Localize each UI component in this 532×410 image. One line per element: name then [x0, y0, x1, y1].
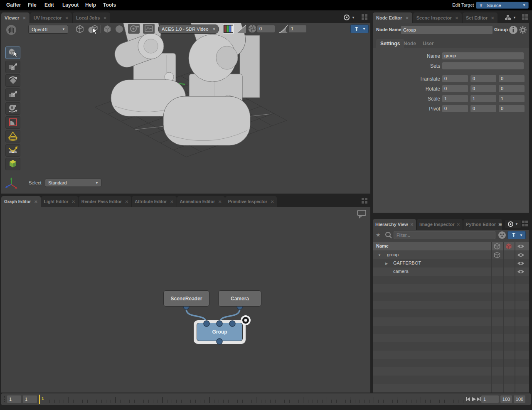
tool-crop-window[interactable]: [5, 116, 20, 129]
filter-input[interactable]: Filter...: [394, 231, 495, 239]
camera-button-icon[interactable]: [128, 24, 140, 34]
close-icon[interactable]: ✕: [405, 16, 409, 20]
translate-x-field[interactable]: 0: [442, 75, 468, 82]
solid-cube-icon[interactable]: [103, 25, 112, 34]
close-icon[interactable]: ✕: [65, 16, 69, 20]
eye-icon[interactable]: [517, 261, 525, 266]
tab-set-editor[interactable]: Set Editor✕: [463, 12, 498, 23]
renderer-dropdown[interactable]: OpenGL ▼: [28, 25, 68, 34]
shading-cube-icon[interactable]: [75, 25, 84, 34]
edit-target-dropdown[interactable]: Ŧ Source ▼: [476, 2, 529, 9]
menu-layout[interactable]: Layout: [62, 0, 79, 10]
menu-help[interactable]: Help: [85, 0, 96, 10]
hamburger-icon[interactable]: ≡: [499, 221, 502, 228]
tool-camera[interactable]: [5, 102, 20, 115]
select-mode-dropdown[interactable]: Standard ▼: [45, 179, 101, 187]
translate-y-field[interactable]: 0: [470, 75, 496, 82]
tab-python-editor[interactable]: Python Editor✕: [463, 219, 502, 230]
eye-icon[interactable]: [517, 269, 525, 274]
tool-translate[interactable]: [5, 61, 20, 73]
hierarchy-row-group[interactable]: ▼ group: [373, 251, 529, 259]
scale-x-field[interactable]: 1: [442, 95, 468, 102]
exclude-cube-icon[interactable]: [505, 243, 512, 250]
tab-image-inspector[interactable]: Image Inspector✕: [417, 219, 463, 230]
name-column-header[interactable]: Name: [376, 243, 389, 248]
rotate-z-field[interactable]: 0: [499, 85, 525, 92]
close-icon[interactable]: ✕: [455, 16, 458, 20]
expand-icon[interactable]: ▼: [378, 253, 381, 257]
menu-file[interactable]: File: [28, 0, 37, 10]
translate-z-field[interactable]: 0: [499, 75, 525, 82]
scale-z-field[interactable]: 1: [499, 95, 525, 102]
hierarchy-pin-dropdown[interactable]: Ŧ ▼: [507, 231, 526, 239]
scene-cube-icon[interactable]: [494, 243, 500, 250]
viewer-pin-dropdown[interactable]: Ŧ ▼: [350, 25, 369, 33]
layout-grid-icon[interactable]: [522, 14, 528, 20]
tab-viewer[interactable]: Viewer✕: [1, 12, 30, 23]
subtab-user[interactable]: User: [419, 39, 438, 48]
rotate-y-field[interactable]: 0: [470, 85, 496, 92]
channels-icon[interactable]: [223, 24, 234, 34]
timeline-field-1[interactable]: 1: [7, 395, 21, 403]
layout-grid-icon[interactable]: [522, 221, 528, 227]
range-end-field[interactable]: 100: [514, 395, 525, 403]
scale-y-field[interactable]: 1: [470, 95, 496, 102]
subtab-node[interactable]: Node: [399, 39, 420, 48]
tab-node-editor[interactable]: Node Editor✕: [373, 12, 412, 23]
info-icon[interactable]: [509, 25, 518, 34]
exposure-field[interactable]: 0: [257, 25, 275, 32]
pivot-y-field[interactable]: 0: [470, 105, 496, 112]
sets-field[interactable]: [442, 62, 524, 69]
tool-select[interactable]: [5, 47, 20, 59]
node-editor-mode-menu[interactable]: ▼: [505, 14, 520, 21]
star-icon[interactable]: ★: [376, 232, 381, 238]
close-icon[interactable]: ✕: [410, 222, 414, 227]
menu-tools[interactable]: Tools: [103, 0, 116, 10]
playback-controls[interactable]: [466, 397, 481, 402]
close-icon[interactable]: ✕: [103, 16, 106, 20]
hierarchy-focus-menu[interactable]: ▼: [505, 220, 521, 228]
filter-options-icon[interactable]: [498, 231, 506, 239]
name-field[interactable]: group: [442, 52, 524, 59]
tool-uv-cube[interactable]: [5, 158, 20, 170]
current-frame-field[interactable]: 1: [481, 395, 499, 403]
tab-local-jobs[interactable]: Local Jobs✕: [73, 12, 110, 23]
display-transform-dropdown[interactable]: ACES 1.0 - SDR Video ▼: [158, 25, 219, 34]
tab-uv-inspector[interactable]: UV Inspector✕: [30, 12, 72, 23]
tool-light[interactable]: [5, 130, 20, 142]
pan-hand-icon[interactable]: [5, 24, 17, 36]
gear-icon[interactable]: [518, 25, 527, 34]
close-icon[interactable]: ✕: [22, 16, 26, 20]
aperture-icon[interactable]: [248, 24, 257, 33]
end-frame-field[interactable]: 100: [500, 395, 512, 403]
hierarchy-row-camera[interactable]: camera: [373, 268, 529, 276]
eye-icon[interactable]: [517, 253, 525, 258]
tool-rotate[interactable]: [5, 74, 20, 87]
close-icon[interactable]: ✕: [456, 222, 460, 227]
tab-hierarchy-view[interactable]: Hierarchy View✕: [373, 219, 416, 230]
node-camera[interactable]: Camera: [218, 290, 261, 307]
exposure-icon[interactable]: [236, 25, 246, 33]
viewport-canvas[interactable]: [1, 12, 370, 194]
expand-icon[interactable]: ▶: [385, 262, 388, 265]
gamma-icon[interactable]: [279, 25, 288, 33]
node-scenereader[interactable]: SceneReader: [163, 290, 209, 307]
eye-icon[interactable]: [517, 244, 525, 249]
close-icon[interactable]: ✕: [491, 16, 494, 20]
tab-scene-inspector[interactable]: Scene Inspector✕: [413, 12, 462, 23]
playhead[interactable]: [39, 395, 40, 404]
menu-gaffer[interactable]: Gaffer: [6, 0, 21, 10]
timeline-field-2[interactable]: 1: [23, 395, 37, 403]
hierarchy-row-gafferbot[interactable]: ▶ GAFFERBOT: [373, 259, 529, 268]
tool-light-position[interactable]: [5, 144, 20, 157]
node-name-field[interactable]: Group: [401, 26, 493, 34]
viewer-focus-menu[interactable]: ▼: [343, 14, 359, 21]
display-image-icon[interactable]: [143, 24, 155, 34]
sphere-icon[interactable]: [115, 25, 124, 34]
tool-scale[interactable]: [5, 88, 20, 101]
pivot-x-field[interactable]: 0: [442, 105, 468, 112]
menu-edit[interactable]: Edit: [44, 0, 54, 10]
layout-grid-icon[interactable]: [362, 14, 368, 20]
gamma-field[interactable]: 1: [289, 25, 306, 32]
drag-handle[interactable]: [4, 396, 5, 402]
